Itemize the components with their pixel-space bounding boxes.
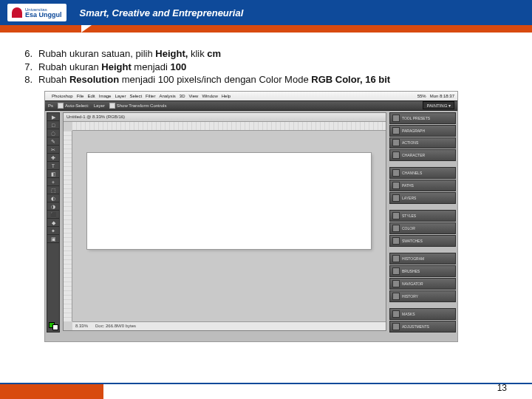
panel-tab[interactable]: MASKS: [389, 308, 456, 320]
slide-header: Universitas Esa Unggul Smart, Creative a…: [0, 0, 532, 25]
university-logo: Universitas Esa Unggul: [7, 4, 66, 21]
workspace-switcher[interactable]: PAINTING ▾: [423, 101, 454, 109]
ruler-horizontal: [72, 122, 386, 131]
tool-button[interactable]: ⬛: [47, 211, 59, 219]
instruction-item: 6. Rubah ukuran satuan, pilih Height, kl…: [22, 47, 510, 61]
panel-tab[interactable]: CHARACTER: [389, 149, 456, 161]
menu-item[interactable]: Edit: [87, 94, 95, 98]
orange-accent-bar: [0, 25, 532, 33]
auto-select-checkbox[interactable]: Auto-Select:: [58, 103, 89, 109]
tool-button[interactable]: ✎: [47, 137, 59, 146]
instruction-text: Rubah Resolution menjadi 100 pixels/inch…: [38, 73, 390, 86]
footer-accent: [0, 384, 103, 399]
panel-tab[interactable]: BRUSHES: [389, 265, 456, 277]
tool-button[interactable]: T: [47, 162, 59, 170]
tool-button[interactable]: ◐: [47, 194, 59, 202]
panel-tab[interactable]: CHANNELS: [389, 167, 456, 179]
panel-tab[interactable]: HISTOGRAM: [389, 253, 456, 265]
background-color[interactable]: [52, 324, 58, 330]
canvas-background: [72, 131, 386, 321]
tool-button[interactable]: ⬚: [47, 186, 59, 194]
tool-button[interactable]: ◧: [47, 170, 59, 178]
auto-select-dropdown[interactable]: Layer: [94, 103, 105, 108]
panel-tab[interactable]: NAVIGATOR: [389, 278, 456, 290]
panel-tab[interactable]: HISTORY: [389, 290, 456, 302]
tool-button[interactable]: ▶: [47, 113, 59, 121]
menu-item[interactable]: File: [77, 94, 84, 98]
document-window: Untitled-1 @ 8.33% (RGB/16) 8.33% Doc: 2…: [63, 112, 386, 331]
mac-menubar: Photoshop File Edit Image Layer Select F…: [45, 92, 457, 100]
tagline: Smart, Creative and Entrepreneurial: [80, 7, 244, 18]
photoshop-workarea: Untitled-1 @ 8.33% (RGB/16) 8.33% Doc: 2…: [60, 111, 389, 334]
page-number: 13: [497, 383, 507, 393]
zoom-level[interactable]: 8.33%: [75, 324, 88, 328]
panel-tab[interactable]: STYLES: [389, 210, 456, 222]
instruction-number: 6.: [22, 47, 38, 61]
menu-item[interactable]: View: [188, 94, 198, 98]
panel-tab[interactable]: PARAGRAPH: [389, 125, 456, 137]
show-transform-checkbox[interactable]: Show Transform Controls: [109, 103, 167, 109]
panel-tab[interactable]: PATHS: [389, 180, 456, 191]
tool-button[interactable]: □: [47, 121, 59, 129]
panel-tab[interactable]: ADJUSTMENTS: [389, 321, 456, 332]
menu-item[interactable]: Analysis: [159, 94, 175, 98]
color-swatches[interactable]: [47, 321, 59, 332]
photoshop-screenshot: Photoshop File Edit Image Layer Select F…: [44, 91, 458, 342]
menu-item[interactable]: Filter: [146, 94, 155, 98]
panel-tab[interactable]: SWATCHES: [389, 235, 456, 247]
panel-tab[interactable]: LAYERS: [389, 192, 456, 204]
photoshop-options-bar: Ps Auto-Select: Layer Show Transform Con…: [45, 100, 457, 111]
slide-content: 6. Rubah ukuran satuan, pilih Height, kl…: [0, 33, 532, 342]
instruction-item: 8. Rubah Resolution menjadi 100 pixels/i…: [22, 73, 510, 86]
instruction-number: 8.: [22, 73, 38, 86]
tool-button[interactable]: ◑: [47, 202, 59, 211]
battery-status: 55%: [417, 94, 426, 98]
panel-tab[interactable]: ACTIONS: [389, 137, 456, 149]
menu-item[interactable]: Window: [202, 94, 217, 98]
tool-button[interactable]: ✦: [47, 227, 59, 235]
menu-item[interactable]: Help: [222, 94, 231, 98]
menu-item[interactable]: Select: [129, 94, 142, 98]
document-tab[interactable]: Untitled-1 @ 8.33% (RGB/16): [64, 113, 386, 122]
tool-button[interactable]: ▣: [47, 235, 59, 243]
instruction-item: 7. Rubah ukuran Height menjadi 100: [22, 61, 510, 74]
photoshop-toolbox: ▶ □ ◌ ✎ ✂ ✚ T ◧ ⌖ ⬚ ◐ ◑ ⬛ ◆ ✦ ▣: [47, 112, 60, 332]
doc-size: Doc: 266.8M/0 bytes: [95, 324, 136, 328]
instruction-list: 6. Rubah ukuran satuan, pilih Height, kl…: [22, 47, 510, 86]
tool-button[interactable]: ✂: [47, 146, 59, 154]
instruction-text: Rubah ukuran satuan, pilih Height, klik …: [38, 47, 221, 61]
ps-icon: Ps: [48, 103, 53, 108]
status-bar: 8.33% Doc: 266.8M/0 bytes: [72, 321, 386, 330]
ruler-vertical: [64, 131, 72, 321]
panel-tab[interactable]: COLOR: [389, 222, 456, 234]
instruction-text: Rubah ukuran Height menjadi 100: [38, 61, 186, 74]
menu-item[interactable]: Photoshop: [52, 94, 73, 98]
panel-dock: TOOL PRESETS PARAGRAPH ACTIONS CHARACTER…: [389, 112, 456, 332]
university-name: Esa Unggul: [25, 11, 62, 18]
tool-button[interactable]: ◌: [47, 129, 59, 137]
menu-item[interactable]: 3D: [180, 94, 185, 98]
tool-button[interactable]: ✚: [47, 154, 59, 162]
clock: Mon 8:18:37: [430, 94, 454, 98]
menu-item[interactable]: Layer: [115, 94, 126, 98]
tool-button[interactable]: ◆: [47, 219, 59, 227]
instruction-number: 7.: [22, 61, 38, 74]
slide-footer: 13: [0, 383, 532, 399]
panel-tab[interactable]: TOOL PRESETS: [389, 112, 456, 124]
canvas[interactable]: [87, 153, 371, 249]
esa-unggul-icon: [12, 7, 22, 18]
tool-button[interactable]: ⌖: [47, 178, 59, 186]
menu-item[interactable]: Image: [99, 94, 112, 98]
